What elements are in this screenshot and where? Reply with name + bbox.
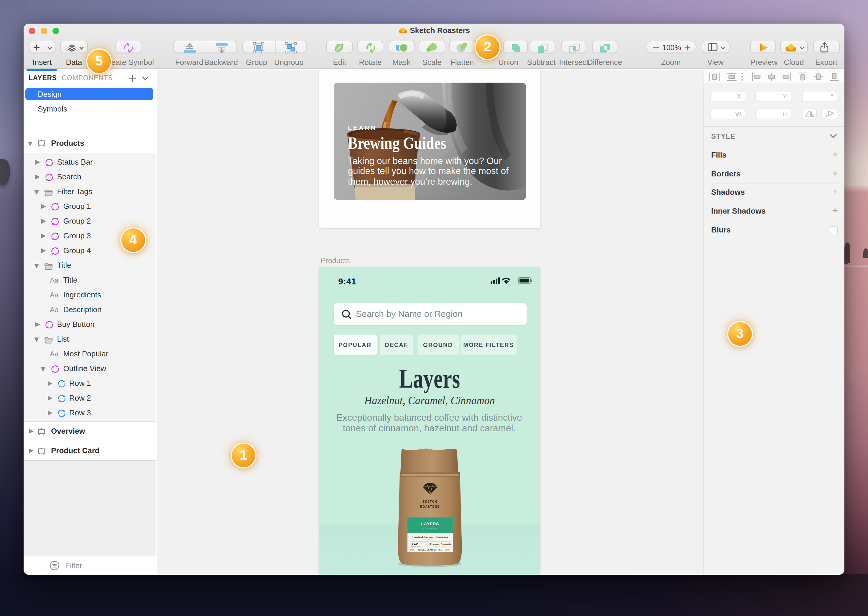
- svg-text:ROASTERS: ROASTERS: [420, 505, 440, 509]
- svg-text:9OZ: 9OZ: [410, 549, 414, 551]
- svg-text:TASTE: TASTE: [426, 539, 433, 541]
- svg-text:COLOMBIA: COLOMBIA: [423, 528, 437, 530]
- svg-text:MEDIUM ROAST: MEDIUM ROAST: [411, 546, 421, 547]
- svg-text:250G: 250G: [445, 549, 450, 551]
- svg-text:Frontera, Colombia: Frontera, Colombia: [429, 544, 451, 546]
- svg-text:SKETCH: SKETCH: [422, 500, 437, 504]
- svg-text:LAYERS: LAYERS: [421, 522, 439, 526]
- svg-text:WHOLE BEAN COFFEE: WHOLE BEAN COFFEE: [418, 549, 442, 551]
- svg-text:100%: 100%: [662, 43, 681, 51]
- svg-text:Hazelnut, Caramel, Cinnamon: Hazelnut, Caramel, Cinnamon: [412, 536, 448, 539]
- svg-text:LOCATION: LOCATION: [435, 546, 445, 548]
